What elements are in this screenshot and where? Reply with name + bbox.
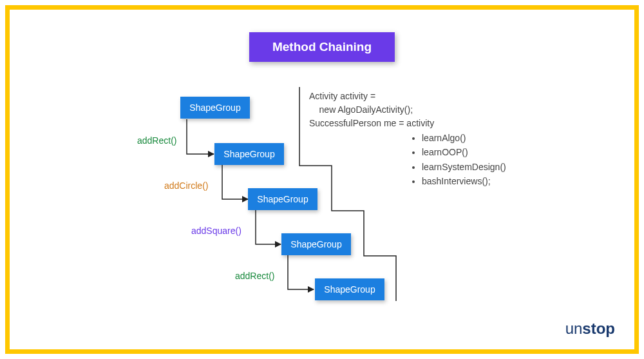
- shape-label: ShapeGroup: [290, 239, 341, 249]
- method-text: addRect(): [235, 271, 274, 281]
- method-text: addSquare(): [191, 226, 242, 236]
- method-chain-list: learnAlgo() learnOOP() learnSystemDesign…: [410, 131, 506, 189]
- title-text: Method Chaining: [272, 40, 372, 53]
- code-line-3: SuccessfulPerson me = activity: [309, 117, 434, 130]
- code-line-1: Activity activity =: [309, 90, 434, 103]
- shape-group-1: ShapeGroup: [180, 97, 250, 119]
- bullet-item: learnSystemDesign(): [422, 160, 506, 174]
- shape-label: ShapeGroup: [223, 149, 274, 159]
- bullet-item: learnOOP(): [422, 145, 506, 159]
- method-addcircle: addCircle(): [164, 180, 208, 191]
- method-text: addCircle(): [164, 180, 208, 191]
- code-snippet: Activity activity = new AlgoDailyActivit…: [309, 90, 434, 130]
- shape-group-2: ShapeGroup: [214, 143, 284, 165]
- bullet-item: learnAlgo(): [422, 131, 506, 145]
- shape-group-3: ShapeGroup: [248, 188, 317, 210]
- shape-label: ShapeGroup: [257, 194, 308, 204]
- method-addsquare: addSquare(): [191, 226, 242, 236]
- code-line-2: new AlgoDailyActivity();: [309, 103, 434, 117]
- method-text: addRect(): [137, 135, 176, 146]
- method-addrect-2: addRect(): [235, 271, 274, 281]
- diagram-frame: Method Chaining ShapeGroup ShapeGroup Sh…: [5, 5, 639, 354]
- bullet-item: bashInterviews();: [422, 174, 506, 188]
- shape-group-5: ShapeGroup: [315, 278, 384, 300]
- logo-stop: stop: [582, 320, 615, 337]
- shape-label: ShapeGroup: [324, 284, 375, 295]
- shape-label: ShapeGroup: [189, 102, 240, 113]
- logo-un: un: [565, 320, 583, 337]
- title-box: Method Chaining: [249, 32, 395, 62]
- unstop-logo: unstop: [565, 320, 615, 338]
- shape-group-4: ShapeGroup: [281, 233, 351, 255]
- method-addrect-1: addRect(): [137, 135, 176, 146]
